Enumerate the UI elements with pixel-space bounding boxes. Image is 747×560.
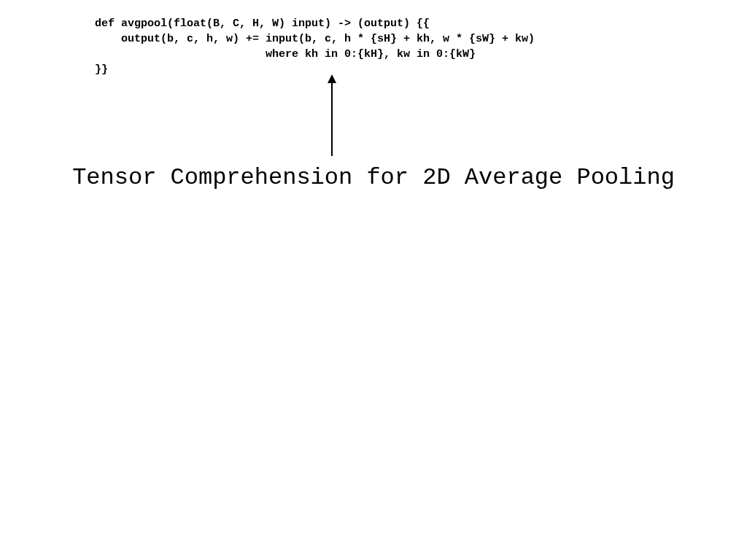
code-line-2: output(b, c, h, w) += input(b, c, h * {s… <box>95 33 535 45</box>
arrow-head-icon <box>328 74 336 83</box>
code-line-1: def avgpool(float(B, C, H, W) input) -> … <box>95 18 430 30</box>
code-line-4: }} <box>95 63 108 76</box>
arrow-up <box>328 74 336 156</box>
code-block: def avgpool(float(B, C, H, W) input) -> … <box>95 16 535 77</box>
arrow-line <box>331 83 333 156</box>
caption-text: Tensor Comprehension for 2D Average Pool… <box>0 164 747 191</box>
code-line-3: where kh in 0:{kH}, kw in 0:{kW} <box>95 48 476 61</box>
